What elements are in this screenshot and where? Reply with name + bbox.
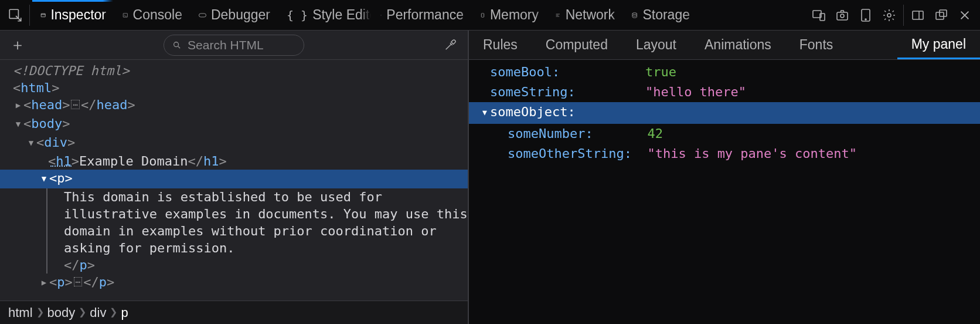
- dom-h1[interactable]: <h1>Example Domain</h1>: [0, 153, 468, 170]
- svg-rect-5: [482, 13, 484, 17]
- debugger-icon: [199, 9, 206, 21]
- tab-label: Style Editor: [312, 7, 372, 23]
- tab-network[interactable]: Network: [547, 0, 623, 30]
- twisty-closed-icon[interactable]: ▶: [13, 97, 23, 114]
- object-key: someObject:: [490, 102, 645, 122]
- tab-animations[interactable]: Animations: [690, 31, 785, 59]
- svg-rect-16: [940, 10, 947, 16]
- object-key: someString:: [490, 82, 645, 102]
- dock-window-icon[interactable]: [930, 4, 953, 27]
- sidebar-tabs: Rules Computed Layout Animations Fonts M…: [469, 31, 980, 60]
- tab-style-editor[interactable]: { } Style Editor: [278, 0, 372, 30]
- ellipsis-icon[interactable]: ⋯: [71, 100, 79, 109]
- tab-console[interactable]: Console: [114, 0, 190, 30]
- dom-html-open[interactable]: <html>: [0, 79, 468, 96]
- svg-rect-9: [837, 12, 848, 20]
- ellipsis-icon[interactable]: ⋯: [74, 277, 82, 286]
- close-icon[interactable]: [953, 4, 976, 27]
- tab-label: Performance: [386, 7, 464, 23]
- object-row[interactable]: ▼someObject:: [469, 102, 980, 124]
- performance-icon: [380, 9, 382, 22]
- svg-point-6: [632, 12, 637, 14]
- tab-label: Memory: [490, 7, 539, 23]
- svg-rect-1: [41, 14, 45, 16]
- dom-p2[interactable]: ▶<p>⋯</p>: [0, 274, 468, 292]
- tab-label: Storage: [642, 7, 690, 23]
- dom-div[interactable]: ▼<div>: [0, 134, 468, 153]
- breadcrumb: html ❯ body ❯ div ❯ p: [0, 301, 468, 324]
- search-icon: [172, 40, 182, 50]
- dom-tree[interactable]: <!DOCTYPE html> <html> ▶<head>⋯</head> ▼…: [0, 60, 468, 301]
- twisty-closed-icon[interactable]: ▶: [39, 274, 49, 291]
- object-value: "hello there": [645, 82, 746, 102]
- tab-inspector[interactable]: Inspector: [32, 0, 114, 30]
- console-icon: [122, 9, 128, 22]
- dom-doctype[interactable]: <!DOCTYPE html>: [0, 62, 468, 79]
- svg-rect-14: [913, 11, 923, 19]
- add-node-button[interactable]: ＋: [6, 33, 29, 57]
- chevron-right-icon: ❯: [79, 306, 86, 318]
- svg-point-4: [380, 15, 382, 16]
- chevron-right-icon: ❯: [36, 306, 44, 318]
- tab-computed[interactable]: Computed: [532, 31, 622, 59]
- network-icon: [555, 9, 561, 22]
- dock-side-icon[interactable]: [906, 4, 930, 27]
- object-value: true: [645, 62, 676, 82]
- crumb-body[interactable]: body: [47, 305, 76, 320]
- dom-p-text[interactable]: This domain is established to be used fo…: [46, 188, 468, 274]
- storage-icon: [631, 9, 638, 22]
- device-icon[interactable]: [854, 4, 877, 27]
- tab-debugger[interactable]: Debugger: [190, 0, 278, 30]
- sidebar-panel: Rules Computed Layout Animations Fonts M…: [469, 31, 980, 324]
- tab-storage[interactable]: Storage: [623, 0, 698, 30]
- markup-panel: ＋ <!DOCTYPE html> <html> ▶<head>⋯</head>: [0, 31, 469, 324]
- object-row[interactable]: someOtherString: "this is my pane's cont…: [469, 144, 980, 164]
- dom-p-selected[interactable]: ▼<p>: [0, 170, 468, 188]
- crumb-p[interactable]: p: [121, 305, 128, 320]
- search-html-input[interactable]: [188, 38, 295, 52]
- eyedropper-icon[interactable]: [438, 33, 462, 57]
- object-row[interactable]: someBool: true: [469, 62, 980, 82]
- search-html-field[interactable]: [164, 35, 304, 56]
- svg-point-13: [887, 14, 891, 17]
- markup-toolbar: ＋: [0, 31, 468, 60]
- dom-body[interactable]: ▼<body>: [0, 115, 468, 134]
- tab-my-panel[interactable]: My panel: [897, 31, 980, 59]
- settings-icon[interactable]: [877, 4, 901, 27]
- object-value: "this is my pane's content": [647, 144, 857, 164]
- style-editor-icon: { }: [287, 8, 308, 22]
- svg-point-17: [174, 42, 179, 46]
- object-row[interactable]: someString: "hello there": [469, 82, 980, 102]
- object-row[interactable]: someNumber: 42: [469, 124, 980, 144]
- pick-element-icon[interactable]: [4, 4, 27, 27]
- object-key: someNumber:: [508, 124, 647, 144]
- twisty-open-icon[interactable]: ▼: [479, 103, 490, 123]
- screenshot-icon[interactable]: [831, 4, 854, 27]
- tab-label: Inspector: [50, 7, 106, 23]
- svg-point-12: [865, 19, 866, 20]
- crumb-div[interactable]: div: [90, 305, 106, 320]
- tab-fonts[interactable]: Fonts: [785, 31, 848, 59]
- tab-memory[interactable]: Memory: [472, 0, 547, 30]
- devtools-toolbar: Inspector Console Debugger { } Style Edi…: [0, 0, 980, 31]
- tab-layout[interactable]: Layout: [622, 31, 690, 59]
- chevron-right-icon: ❯: [110, 306, 117, 318]
- object-key: someOtherString:: [508, 144, 647, 164]
- twisty-open-icon[interactable]: ▼: [39, 170, 49, 187]
- tab-label: Debugger: [211, 7, 270, 23]
- twisty-open-icon[interactable]: ▼: [13, 116, 23, 133]
- tab-label: Console: [133, 7, 182, 23]
- svg-rect-2: [123, 13, 127, 16]
- tab-rules[interactable]: Rules: [469, 31, 532, 59]
- object-key: someBool:: [490, 62, 645, 82]
- object-viewer[interactable]: someBool: truesomeString: "hello there"▼…: [469, 60, 980, 324]
- tab-performance[interactable]: Performance: [372, 0, 472, 30]
- twisty-open-icon[interactable]: ▼: [26, 134, 36, 151]
- svg-point-10: [841, 14, 844, 18]
- responsive-mode-icon[interactable]: [807, 4, 831, 27]
- svg-rect-3: [199, 14, 206, 17]
- inspector-icon: [40, 9, 46, 22]
- crumb-html[interactable]: html: [8, 305, 33, 320]
- object-value: 42: [647, 124, 663, 144]
- dom-head[interactable]: ▶<head>⋯</head>: [0, 96, 468, 115]
